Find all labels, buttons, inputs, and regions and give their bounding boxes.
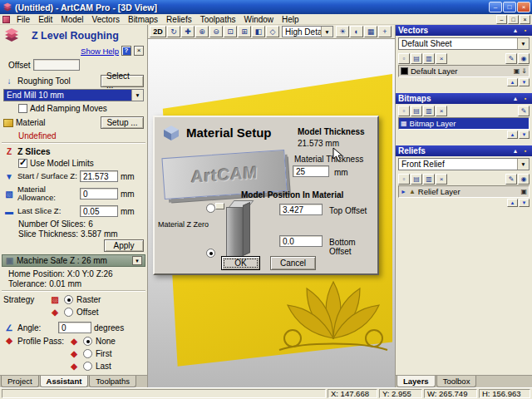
pan-view-button[interactable]: ✚: [181, 26, 195, 37]
menu-window[interactable]: Window: [239, 15, 278, 24]
vectors-delete-layer-button[interactable]: ×: [436, 53, 447, 64]
reliefs-move-down-button[interactable]: ▼: [519, 199, 530, 207]
angle-input[interactable]: 0: [58, 322, 91, 333]
origin-button[interactable]: +: [378, 26, 392, 37]
offset-input[interactable]: [33, 59, 80, 71]
menu-toolpaths[interactable]: Toolpaths: [196, 15, 240, 24]
child-close-button[interactable]: ×: [520, 15, 530, 24]
child-minimize-button[interactable]: –: [496, 15, 507, 24]
layer-color-swatch[interactable]: [401, 67, 408, 75]
tab-toolbox[interactable]: Toolbox: [436, 376, 477, 387]
bitmaps-move-down-button[interactable]: ▼: [519, 131, 530, 139]
bitmaps-move-up-button[interactable]: ▲: [507, 131, 518, 139]
last-slice-input[interactable]: 0.05: [80, 205, 118, 217]
bottom-offset-input[interactable]: 0.0: [279, 235, 323, 247]
bitmaps-new-layer-button[interactable]: ▫: [398, 106, 410, 116]
material-thickness-input[interactable]: 25: [293, 165, 329, 177]
vectors-contour-button[interactable]: ◉: [518, 53, 530, 64]
reliefs-contour-button[interactable]: ◉: [518, 174, 530, 185]
tool-combo-arrow-icon[interactable]: ▼: [131, 90, 143, 101]
bitmap-layer-row[interactable]: ▦ Bitmap Layer: [398, 117, 530, 130]
zoom-window-button[interactable]: ⊡: [224, 26, 237, 37]
vectors-header[interactable]: Vectors ▴ ▪: [396, 25, 532, 36]
tab-layers[interactable]: Layers: [397, 376, 436, 387]
reliefs-delete-layer-button[interactable]: ×: [436, 174, 447, 185]
close-button[interactable]: ×: [517, 2, 530, 12]
profile-first-radio[interactable]: [83, 349, 92, 358]
use-model-limits-checkbox[interactable]: [18, 159, 27, 168]
reliefs-new-layer-button[interactable]: ▫: [398, 174, 410, 185]
menu-file[interactable]: File: [12, 15, 34, 24]
visibility-icon[interactable]: ▣: [520, 188, 527, 195]
vectors-pin-icon[interactable]: ▪: [521, 27, 530, 33]
reliefs-load-layer-button[interactable]: ▤: [411, 174, 422, 185]
relief-combo-arrow-icon[interactable]: ▼: [517, 159, 529, 170]
machine-safez-bar[interactable]: ▣ Machine Safe Z : 26 mm ▼: [2, 254, 145, 267]
merge-icon[interactable]: ⇓: [521, 67, 527, 75]
3d-viewport[interactable]: Material Setup Model Thickness 21.573 mm…: [148, 39, 395, 387]
minimize-button[interactable]: –: [489, 2, 502, 12]
detail-combo[interactable]: High Detail ▼: [282, 26, 333, 37]
expand-icon[interactable]: ►: [401, 189, 406, 195]
tab-project[interactable]: Project: [1, 376, 39, 387]
position-slider-handle[interactable]: [215, 203, 224, 209]
tab-toolpaths[interactable]: Toolpaths: [89, 376, 136, 387]
maximize-button[interactable]: □: [503, 2, 516, 12]
tool-select-button[interactable]: Select ...: [101, 75, 144, 87]
rotate-view-button[interactable]: ↻: [167, 26, 180, 37]
menu-vectors[interactable]: Vectors: [88, 15, 124, 24]
profile-none-radio[interactable]: [83, 337, 92, 346]
vector-layer-row[interactable]: Default Layer ▣ ⇓: [398, 65, 530, 77]
tool-combo[interactable]: End Mill 10 mm ▼: [3, 89, 144, 101]
wireframe-button[interactable]: ▦: [364, 26, 377, 37]
relief-layer-row[interactable]: ► ▲ Relief Layer ▣: [398, 185, 530, 198]
sheet-combo[interactable]: Default Sheet ▼: [398, 37, 530, 50]
apply-button[interactable]: Apply: [104, 239, 144, 252]
start-z-input[interactable]: 21.573: [80, 170, 118, 182]
reliefs-save-layer-button[interactable]: ▥: [423, 174, 435, 185]
lighting-button[interactable]: ☀: [336, 26, 349, 37]
child-window-icon[interactable]: [2, 16, 10, 23]
show-help-link[interactable]: Show Help: [81, 47, 119, 56]
bitmaps-delete-layer-button[interactable]: ×: [436, 106, 447, 116]
zoom-in-button[interactable]: ⊕: [195, 26, 209, 37]
zoom-out-button[interactable]: ⊖: [209, 26, 223, 37]
menu-model[interactable]: Model: [57, 15, 87, 24]
ok-button[interactable]: OK: [221, 256, 260, 270]
bitmaps-save-layer-button[interactable]: ▥: [423, 106, 435, 116]
bitmaps-header[interactable]: Bitmaps ▴ ▪: [396, 93, 532, 104]
bitmaps-load-layer-button[interactable]: ▤: [411, 106, 422, 116]
help-button[interactable]: ?: [121, 46, 131, 56]
z-zero-bottom-radio[interactable]: [206, 249, 215, 258]
reliefs-collapse-icon[interactable]: ▴: [511, 148, 520, 155]
vectors-new-layer-button[interactable]: ▫: [398, 53, 410, 64]
vectors-edit-layer-button[interactable]: ✎: [505, 53, 517, 64]
z-zero-top-radio[interactable]: [206, 204, 215, 213]
reliefs-move-up-button[interactable]: ▲: [507, 199, 518, 207]
menu-help[interactable]: Help: [278, 15, 303, 24]
offset-radio[interactable]: [64, 308, 73, 317]
vectors-save-layer-button[interactable]: ▥: [423, 53, 435, 64]
visibility-icon[interactable]: ▣: [514, 67, 520, 75]
machine-safez-arrow-icon[interactable]: ▼: [132, 256, 142, 265]
view-front-button[interactable]: ◧: [252, 26, 265, 37]
zoom-extents-button[interactable]: ⊞: [238, 26, 251, 37]
top-offset-input[interactable]: 3.427: [279, 204, 323, 215]
shading-button[interactable]: ◐: [350, 26, 363, 37]
reliefs-header[interactable]: Reliefs ▴ ▪: [396, 145, 532, 156]
menu-bitmaps[interactable]: Bitmaps: [124, 15, 162, 24]
reliefs-edit-layer-button[interactable]: ✎: [505, 174, 517, 185]
vectors-move-down-button[interactable]: ▼: [519, 78, 530, 86]
menu-reliefs[interactable]: Reliefs: [162, 15, 196, 24]
bitmaps-collapse-icon[interactable]: ▴: [511, 96, 520, 102]
profile-last-radio[interactable]: [83, 362, 92, 371]
tab-assistant[interactable]: Assistant: [40, 376, 89, 387]
vectors-collapse-icon[interactable]: ▴: [511, 27, 520, 34]
view-iso-button[interactable]: ◇: [266, 26, 279, 37]
bitmaps-edit-layer-button[interactable]: ✎: [518, 106, 530, 116]
cancel-button[interactable]: Cancel: [270, 256, 316, 270]
child-restore-button[interactable]: □: [508, 15, 519, 24]
detail-combo-arrow-icon[interactable]: ▼: [321, 27, 332, 37]
bitmaps-pin-icon[interactable]: ▪: [521, 96, 530, 101]
page-close-button[interactable]: ×: [134, 46, 144, 56]
